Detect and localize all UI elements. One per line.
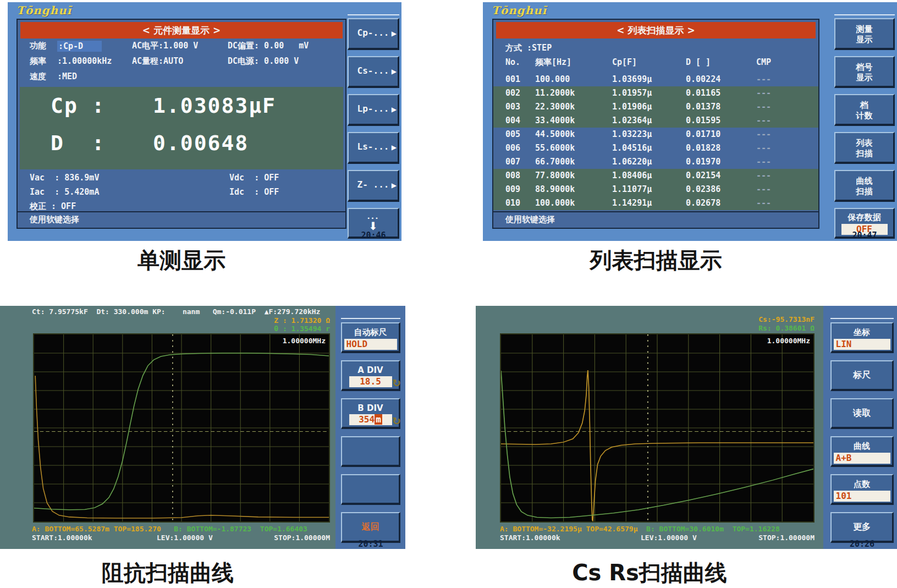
csrs-plot[interactable]: 1.00000MHz: [500, 333, 815, 523]
table-row: 00655.6000k1.04516µ0.01828---: [493, 141, 818, 155]
param-area: 功能 :Cp-D AC电平:1.000 V DC偏置: 0.00 mV 频率 :…: [18, 40, 345, 86]
ac-range: AC量程:AUTO: [132, 56, 183, 67]
softkey-scale[interactable]: 标尺: [830, 360, 894, 391]
speed-label: 速度: [30, 72, 46, 82]
caption-list: 列表扫描显示: [492, 245, 819, 276]
scale-readout: A: BOTTOM=-32.2195µ TOP=42.6579µ B: BOTT…: [500, 525, 780, 533]
page-down-icon: •••⬇: [349, 209, 398, 230]
clock: 20:46: [348, 230, 399, 240]
clock: 20:26: [830, 539, 894, 549]
softkey-b-div[interactable]: B DIV 354m ↻: [341, 398, 400, 429]
softkey-list-sweep[interactable]: 列表扫描: [834, 132, 895, 164]
freq-value[interactable]: :1.00000kHz: [57, 56, 112, 66]
softkey-a-div[interactable]: A DIV 18.5 ↻: [341, 360, 400, 391]
correction-readout: 校正 : OFF: [30, 201, 76, 212]
table-row: 00322.3000k1.01906µ0.01378---: [493, 100, 818, 114]
softkey-points[interactable]: 点数 101: [830, 474, 894, 505]
scale-a: A: BOTTOM=-32.2195µ TOP=42.6579µ: [500, 525, 637, 533]
softkey-meas-display[interactable]: 测量显示: [834, 18, 895, 50]
softkey-bin-count[interactable]: 档计数: [834, 94, 895, 126]
menu-arrow-icon: ▶: [392, 144, 397, 151]
table-row: 00766.7000k1.06220µ0.01970---: [493, 155, 818, 169]
caption-imp: 阻抗扫描曲线: [0, 558, 335, 588]
tonghui-logo: Tōnghuī: [492, 4, 547, 17]
table-row: 010100.000k1.14291µ0.02678---: [493, 196, 818, 210]
marker-frequency: 1.00000MHz: [283, 337, 326, 345]
menu-arrow-icon: ▶: [392, 30, 397, 37]
softkey-trace-sweep[interactable]: 曲线扫描: [834, 170, 895, 202]
monitor-area: Vac : 836.9mV Vdc : OFF Iac : 5.420mA Id…: [18, 171, 345, 213]
tonghui-logo: Tōnghuī: [16, 4, 71, 17]
softkey-divider: [834, 14, 895, 15]
imp-screen: Ct: 7.95775kF Dt: 330.000m KP: nanm Qm:-…: [0, 306, 335, 549]
softkey-divider: [348, 14, 399, 15]
impedance-plot-svg: [34, 334, 329, 521]
impedance-plot[interactable]: 1.00000MHz: [33, 333, 330, 523]
softkey-more[interactable]: 更多: [830, 512, 894, 543]
softkey-cp[interactable]: Cp-... ▶: [348, 18, 399, 50]
rotary-knob-icon: ↻: [392, 377, 401, 389]
menu-arrow-icon: ▶: [392, 106, 397, 113]
func-value[interactable]: :Cp-D: [57, 41, 102, 52]
secondary-param-value: 0.00648: [153, 131, 249, 155]
table-row: 00877.8000k1.08406µ0.02154---: [493, 169, 818, 183]
speed-value[interactable]: :MED: [57, 72, 77, 81]
softkey-ls[interactable]: Ls-... ▶: [348, 132, 399, 164]
start-value: START:1.00000k: [32, 534, 92, 542]
softkey-lp[interactable]: Lp-... ▶: [348, 94, 399, 126]
freq-label: 频率: [30, 56, 46, 67]
csrs-panel: Cs:-95.7313nF Rs: 0.38601 Ω 1.00000MHz A…: [476, 306, 897, 549]
csrs-plot-svg: [501, 334, 813, 521]
rs-readout: Rs: 0.38601 Ω: [758, 324, 815, 332]
list-panel: Tōnghuī < 列表扫描显示 > 方式 :STEP No. 频率[Hz] C…: [483, 2, 897, 241]
status-hint: 使用软键选择: [18, 211, 345, 228]
unit-cursor: m: [375, 414, 382, 425]
dc-source: DC电源: 0.000 V: [228, 56, 299, 67]
ac-level: AC电平:1.000 V: [132, 41, 198, 51]
list-screen: < 列表扫描显示 > 方式 :STEP No. 频率[Hz] Cp[F] D […: [492, 19, 819, 229]
softkey-read[interactable]: 读取: [830, 398, 894, 429]
table-row: 00211.2000k1.01957µ0.01165---: [493, 86, 818, 100]
table-header-row: No. 频率[Hz] Cp[F] D [ ] CMP: [493, 57, 818, 72]
coordinate-value: LIN: [834, 339, 890, 350]
vdc-readout: Vdc : OFF: [229, 173, 279, 183]
idc-readout: Idc : OFF: [229, 187, 279, 197]
scale-readout: A: BOTTOM=65.5287m TOP=185.270 B: BOTTOM…: [32, 525, 307, 533]
scale-a: A: BOTTOM=65.5287m TOP=185.270: [32, 525, 161, 533]
autoscale-value: HOLD: [344, 339, 397, 350]
primary-param-value: 1.03083µF: [153, 94, 276, 118]
clock: 20:47: [834, 230, 895, 240]
func-label: 功能: [30, 41, 46, 51]
z-readout: Z : 1.71320 Ω: [274, 316, 330, 325]
menu-arrow-icon: ▶: [392, 68, 397, 75]
vac-readout: Vac : 836.9mV: [30, 173, 99, 183]
cs-readout: Cs:-95.7313nF: [758, 315, 815, 323]
stop-value: STOP:1.00000M: [758, 534, 815, 542]
table-row: 00433.4000k1.02364µ0.01595---: [493, 114, 818, 128]
table-row: 00544.5000k1.03223µ0.01710---: [493, 128, 818, 141]
dc-bias: DC偏置: 0.00 mV: [228, 41, 309, 51]
rotary-knob-icon: ↻: [392, 415, 401, 427]
softkey-bin-display[interactable]: 档号显示: [834, 56, 895, 88]
softkey-blank-2[interactable]: [341, 474, 400, 505]
meas-screen: < 元件测量显示 > 功能 :Cp-D AC电平:1.000 V DC偏置: 0…: [16, 19, 346, 229]
softkey-trace[interactable]: 曲线 A+B: [830, 436, 894, 467]
softkey-blank-1[interactable]: [341, 436, 400, 467]
table-row: 001100.0001.03699µ0.00224---: [493, 73, 818, 86]
status-hint: 使用软键选择: [493, 211, 818, 228]
iac-readout: Iac : 5.420mA: [30, 187, 99, 197]
scale-b: B: BOTTOM=-1.87723 TOP=1.66403: [174, 525, 307, 533]
softkey-cs[interactable]: Cs-... ▶: [348, 56, 399, 88]
softkey-z[interactable]: Z- ... ▶: [348, 170, 399, 202]
page-title: < 元件测量显示 >: [20, 22, 343, 39]
softkey-autoscale[interactable]: 自动标尺 HOLD: [341, 322, 400, 353]
menu-arrow-icon: ▶: [392, 182, 397, 189]
a-div-value: 18.5: [349, 376, 392, 387]
softkey-coordinate[interactable]: 坐标 LIN: [830, 322, 894, 353]
stop-value: STOP:1.00000M: [274, 534, 330, 542]
softkey-divider: [341, 318, 400, 319]
imp-panel: Ct: 7.95775kF Dt: 330.000m KP: nanm Qm:-…: [0, 306, 405, 549]
softkey-back[interactable]: 返回: [341, 512, 400, 543]
sweep-mode[interactable]: 方式 :STEP: [505, 43, 552, 53]
page-title: < 列表扫描显示 >: [496, 22, 816, 39]
